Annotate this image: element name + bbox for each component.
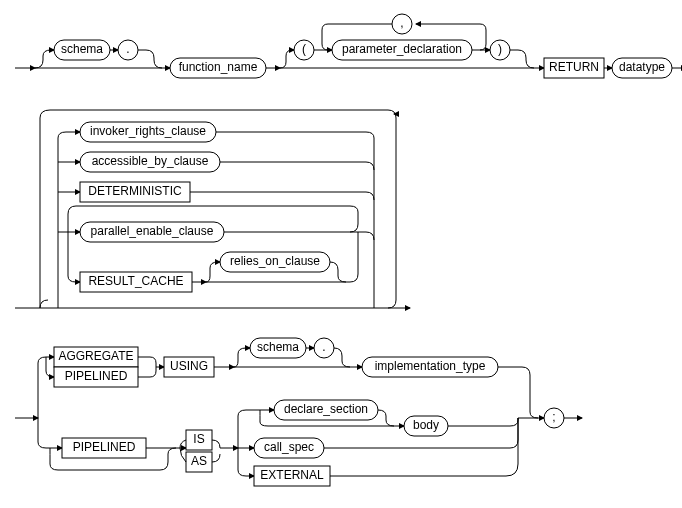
label-relies-on: relies_on_clause — [230, 254, 320, 268]
label-function-name: function_name — [179, 60, 258, 74]
label-schema: schema — [61, 42, 103, 56]
label-body: body — [413, 418, 439, 432]
label-lparen: ( — [302, 42, 306, 56]
section-clauses: invoker_rights_clause accessible_by_clau… — [15, 110, 410, 308]
label-schema-2: schema — [257, 340, 299, 354]
label-call-spec: call_spec — [264, 440, 314, 454]
label-semicolon: ; — [552, 410, 555, 424]
label-external: EXTERNAL — [260, 468, 324, 482]
label-parallel-enable: parallel_enable_clause — [91, 224, 214, 238]
label-dot: . — [126, 42, 129, 56]
label-pipelined-1: PIPELINED — [65, 369, 128, 383]
label-comma: , — [400, 16, 403, 30]
label-return: RETURN — [549, 60, 599, 74]
label-aggregate: AGGREGATE — [58, 349, 133, 363]
label-parameter-declaration: parameter_declaration — [342, 42, 462, 56]
section-body: AGGREGATE PIPELINED USING schema . imple… — [15, 338, 582, 486]
label-datatype: datatype — [619, 60, 665, 74]
label-deterministic: DETERMINISTIC — [88, 184, 182, 198]
syntax-diagram: schema . function_name ( parameter_decla… — [10, 10, 682, 508]
label-invoker-rights: invoker_rights_clause — [90, 124, 206, 138]
label-result-cache: RESULT_CACHE — [88, 274, 183, 288]
label-is: IS — [193, 432, 204, 446]
label-pipelined-2: PIPELINED — [73, 440, 136, 454]
label-accessible-by: accessible_by_clause — [92, 154, 209, 168]
label-dot-2: . — [322, 340, 325, 354]
label-rparen: ) — [498, 42, 502, 56]
label-implementation-type: implementation_type — [375, 359, 486, 373]
label-as: AS — [191, 454, 207, 468]
label-using: USING — [170, 359, 208, 373]
label-declare-section: declare_section — [284, 402, 368, 416]
section-header: schema . function_name ( parameter_decla… — [15, 14, 682, 78]
